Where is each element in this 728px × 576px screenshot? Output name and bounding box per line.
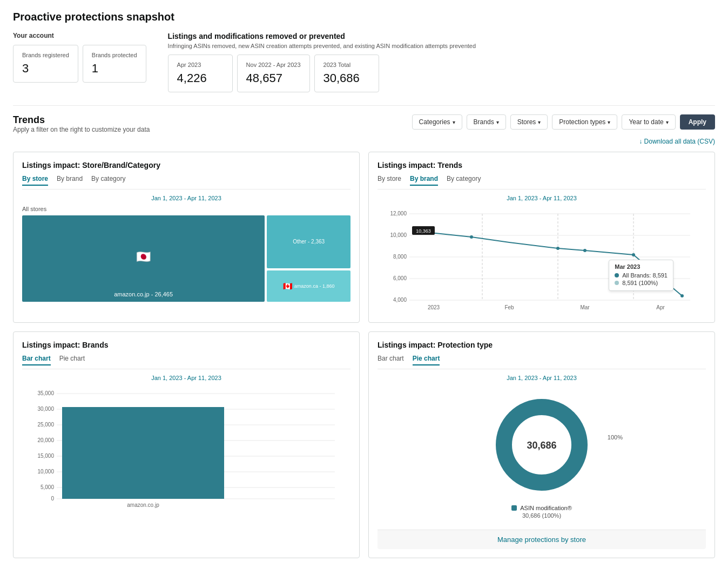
tab-by-brand[interactable]: By brand: [57, 175, 83, 186]
tab-protection-bar[interactable]: Bar chart: [378, 355, 404, 365]
tab-brands-pie[interactable]: Pie chart: [59, 355, 85, 365]
chevron-down-icon: ▾: [453, 119, 455, 125]
svg-point-22: [680, 294, 684, 297]
svg-text:Apr: Apr: [656, 304, 665, 310]
brands-registered-value: 3: [22, 62, 69, 76]
tab-trends-by-brand[interactable]: By brand: [410, 175, 438, 186]
listings-subtitle: Infringing ASINs removed, new ASIN creat…: [168, 43, 715, 49]
protection-type-panel: Listings impact: Protection type Bar cha…: [368, 331, 715, 558]
svg-text:12,000: 12,000: [390, 211, 407, 216]
tab-trends-by-store[interactable]: By store: [378, 175, 401, 186]
tooltip-row-2: 8,591 (100%): [615, 280, 668, 286]
svg-text:15,000: 15,000: [37, 453, 54, 459]
listings-trends-title: Listings impact: Trends: [378, 161, 706, 170]
trends-subtitle: Apply a filter on the right to customize…: [13, 126, 150, 133]
svg-text:35,000: 35,000: [37, 390, 54, 396]
brands-protected-card: Brands protected 1: [83, 45, 146, 83]
brands-protected-value: 1: [92, 62, 137, 76]
brands-protected-label: Brands protected: [92, 52, 137, 58]
treemap-canada: 🇨🇦 amazon.ca - 1,860: [267, 270, 350, 302]
total2023-value: 30,686: [323, 71, 370, 85]
donut-chart-svg: 30,686: [488, 391, 596, 499]
treemap-japan: 🇯🇵 amazon.co.jp - 26,465: [22, 215, 265, 302]
account-section-label: Your account: [13, 32, 146, 39]
apr2023-value: 4,226: [177, 71, 224, 85]
categories-filter[interactable]: Categories ▾: [412, 114, 462, 130]
tooltip-row2-label: 8,591 (100%): [622, 280, 658, 286]
line-chart-area: 12,000 10,000 8,000 6,000 4,000: [378, 206, 706, 314]
nov2022-apr2023-label: Nov 2022 - Apr 2023: [246, 62, 301, 68]
treemap-other-label: Other - 2,363: [293, 239, 325, 245]
svg-text:30,686: 30,686: [527, 440, 556, 451]
listings-trends-panel: Listings impact: Trends By store By bran…: [368, 152, 715, 323]
svg-text:0: 0: [51, 496, 54, 502]
legend-dot: [511, 505, 517, 511]
donut-legend: ASIN modification®: [511, 505, 572, 511]
svg-point-21: [632, 253, 635, 256]
tooltip-dot-1: [615, 273, 619, 277]
year-to-date-filter[interactable]: Year to date ▾: [622, 114, 675, 130]
store-brand-category-title: Listings impact: Store/Brand/Category: [22, 161, 350, 170]
svg-text:4,000: 4,000: [393, 297, 407, 303]
apply-button[interactable]: Apply: [680, 114, 715, 130]
store-date-range: Jan 1, 2023 - Apr 11, 2023: [22, 195, 350, 201]
tab-by-category[interactable]: By category: [91, 175, 125, 186]
chevron-down-icon: ▾: [666, 119, 669, 125]
tooltip-row1-label: All Brands: 8,591: [622, 272, 668, 279]
svg-point-18: [470, 235, 473, 239]
tooltip-title: Mar 2023: [615, 263, 668, 270]
svg-text:Mar: Mar: [580, 304, 590, 310]
stores-filter[interactable]: Stores ▾: [510, 114, 548, 130]
chevron-down-icon: ▾: [538, 119, 541, 125]
brands-chart-tabs: Bar chart Pie chart: [22, 355, 350, 369]
tab-trends-by-category[interactable]: By category: [447, 175, 481, 186]
apr2023-label: Apr 2023: [177, 62, 224, 68]
tab-protection-pie[interactable]: Pie chart: [413, 355, 440, 365]
svg-text:20,000: 20,000: [37, 437, 54, 443]
svg-text:30,000: 30,000: [37, 406, 54, 412]
total2023-card: 2023 Total 30,686: [314, 55, 379, 92]
canada-flag-icon: 🇨🇦: [283, 282, 292, 290]
svg-text:2023: 2023: [428, 304, 440, 310]
svg-text:8,000: 8,000: [393, 254, 407, 260]
apr2023-card: Apr 2023 4,226: [168, 55, 233, 92]
treemap-ca-label: amazon.ca - 1,860: [294, 283, 335, 289]
trends-date-range: Jan 1, 2023 - Apr 11, 2023: [378, 195, 706, 201]
legend-value: 30,686 (100%): [522, 512, 561, 519]
nov2022-apr2023-card: Nov 2022 - Apr 2023 48,657: [237, 55, 310, 92]
svg-text:Feb: Feb: [504, 304, 514, 310]
all-stores-label: All stores: [22, 206, 350, 212]
tooltip-row-1: All Brands: 8,591: [615, 272, 668, 279]
svg-text:6,000: 6,000: [393, 275, 407, 281]
legend-label: ASIN modification®: [520, 505, 572, 511]
tab-brands-bar[interactable]: Bar chart: [22, 355, 51, 365]
protection-type-tabs: Bar chart Pie chart: [378, 355, 706, 369]
protection-types-filter[interactable]: Protection types ▾: [552, 114, 617, 130]
brands-date-range: Jan 1, 2023 - Apr 11, 2023: [22, 375, 350, 381]
manage-btn-row: Manage protections by store: [378, 530, 706, 549]
svg-text:10,000: 10,000: [390, 232, 407, 238]
brands-chart-panel: Listings impact: Brands Bar chart Pie ch…: [13, 331, 360, 558]
treemap-other: Other - 2,363: [267, 215, 350, 268]
bar-chart-svg: 35,000 30,000 25,000 20,000 15,000 10,00…: [22, 385, 350, 510]
tooltip-dot-2: [615, 281, 619, 285]
svg-text:5,000: 5,000: [41, 484, 54, 490]
filter-bar: Categories ▾ Brands ▾ Stores ▾ Protectio…: [412, 114, 715, 130]
page-title: Proactive protections snapshot: [13, 11, 715, 23]
svg-point-19: [556, 247, 560, 250]
store-brand-category-tabs: By store By brand By category: [22, 175, 350, 189]
treemap-right: Other - 2,363 🇨🇦 amazon.ca - 1,860: [267, 215, 350, 302]
bar-chart-area: 35,000 30,000 25,000 20,000 15,000 10,00…: [22, 385, 350, 510]
listings-title: Listings and modifications removed or pr…: [168, 32, 715, 40]
svg-text:10,363: 10,363: [416, 228, 431, 234]
manage-protections-button[interactable]: Manage protections by store: [378, 530, 706, 549]
treemap-japan-label: amazon.co.jp - 26,465: [26, 291, 260, 297]
brands-registered-card: Brands registered 3: [13, 45, 78, 83]
download-csv-link[interactable]: ↓ Download all data (CSV): [13, 138, 715, 145]
store-brand-category-panel: Listings impact: Store/Brand/Category By…: [13, 152, 360, 323]
chevron-down-icon: ▾: [608, 119, 610, 125]
treemap: 🇯🇵 amazon.co.jp - 26,465 Other - 2,363 🇨…: [22, 215, 350, 302]
brands-filter[interactable]: Brands ▾: [467, 114, 506, 130]
svg-text:10,000: 10,000: [37, 469, 54, 475]
tab-by-store[interactable]: By store: [22, 175, 48, 186]
